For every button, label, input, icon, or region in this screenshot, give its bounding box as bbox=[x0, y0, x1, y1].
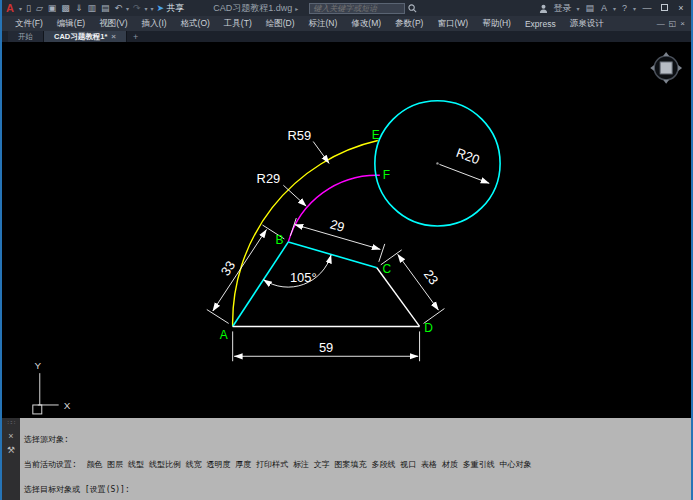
ucs-x-label: X bbox=[64, 400, 71, 411]
maximize-icon bbox=[661, 4, 668, 11]
leader-r20 bbox=[439, 164, 489, 183]
title-bar: A ▾ ▯ ▱ ▣ ▩ ⇓ ▥ ▤ ↶ ▾ ↷ ▾ ▾ ➤ 共享 CAD习题教程… bbox=[2, 0, 691, 16]
dim-29-text: 29 bbox=[328, 216, 346, 234]
dim-33-text: 33 bbox=[218, 258, 238, 278]
point-label-d: D bbox=[424, 321, 433, 335]
help-icon[interactable]: ? bbox=[621, 3, 628, 13]
point-label-f: F bbox=[383, 168, 390, 182]
new-file-icon[interactable]: ▯ bbox=[25, 3, 32, 13]
command-history-line: 选择源对象: bbox=[24, 436, 687, 444]
login-caret-icon[interactable]: ▾ bbox=[576, 5, 579, 12]
arc-r59-yellow[interactable] bbox=[233, 141, 378, 327]
open-file-icon[interactable]: ▱ bbox=[35, 3, 44, 13]
segment-bc[interactable] bbox=[288, 242, 376, 268]
leader-r59 bbox=[313, 142, 329, 164]
menu-edit[interactable]: 编辑(E) bbox=[50, 18, 92, 30]
app-logo-icon[interactable]: A bbox=[6, 2, 14, 14]
tab-new-icon[interactable]: + bbox=[127, 32, 144, 42]
command-close-icon[interactable]: × bbox=[8, 431, 13, 441]
doc-minimize-button[interactable]: — bbox=[657, 19, 665, 28]
help-caret-icon[interactable]: ▾ bbox=[633, 5, 636, 12]
navigation-wheel-icon[interactable] bbox=[650, 52, 682, 84]
app-window: A ▾ ▯ ▱ ▣ ▩ ⇓ ▥ ▤ ↶ ▾ ↷ ▾ ▾ ➤ 共享 CAD习题教程… bbox=[0, 0, 693, 500]
ucs-y-label: Y bbox=[34, 360, 41, 371]
title-arrow-icon: ▸ bbox=[295, 5, 298, 12]
app-menu-caret-icon[interactable]: ▾ bbox=[19, 5, 22, 12]
menu-tools[interactable]: 工具(T) bbox=[217, 18, 259, 30]
document-title: CAD习题教程1.dwg bbox=[213, 2, 292, 15]
doc-restore-button[interactable]: ◱ bbox=[669, 19, 677, 28]
menu-express[interactable]: Express bbox=[518, 19, 563, 29]
dim-r20-text: R20 bbox=[454, 145, 481, 167]
search-input[interactable] bbox=[309, 3, 405, 14]
tab-start[interactable]: 开始 bbox=[8, 31, 44, 42]
dim-59-text: 59 bbox=[319, 340, 333, 355]
menu-draw[interactable]: 绘图(D) bbox=[259, 18, 302, 30]
menu-window[interactable]: 窗口(W) bbox=[430, 18, 475, 30]
segment-ab[interactable] bbox=[233, 242, 289, 327]
save-as-icon[interactable]: ▩ bbox=[60, 3, 71, 13]
circle-center-point bbox=[436, 162, 438, 164]
undo-icon[interactable]: ↶ bbox=[113, 3, 123, 13]
command-history: 选择源对象: 当前活动设置: 颜色 图层 线型 线型比例 线宽 透明度 厚度 打… bbox=[20, 418, 691, 500]
file-tab-bar: 开始 CAD习题教程1* × + bbox=[2, 31, 691, 42]
tab-close-icon[interactable]: × bbox=[111, 32, 116, 41]
undo-caret-icon[interactable]: ▾ bbox=[126, 5, 129, 12]
plot-icon[interactable]: ▥ bbox=[86, 3, 97, 13]
app-store-cart-icon[interactable]: ▤ bbox=[584, 3, 595, 13]
doc-close-button[interactable]: × bbox=[680, 19, 685, 28]
point-label-e: E bbox=[372, 128, 380, 142]
export-icon[interactable]: ⇓ bbox=[74, 3, 84, 13]
menu-dimension[interactable]: 标注(N) bbox=[302, 18, 345, 30]
dim-r29-text: R29 bbox=[257, 171, 281, 186]
autodesk-app-icon[interactable]: A bbox=[600, 3, 608, 13]
tab-document[interactable]: CAD习题教程1* × bbox=[44, 31, 127, 42]
dim-angle-text: 105° bbox=[290, 270, 317, 285]
menu-parametric[interactable]: 参数(P) bbox=[388, 18, 430, 30]
login-button[interactable]: 登录 bbox=[553, 2, 571, 15]
tab-document-label: CAD习题教程1* bbox=[54, 32, 107, 42]
leader-r29 bbox=[283, 185, 306, 206]
dim-r59-text: R59 bbox=[287, 128, 311, 143]
segment-cd[interactable] bbox=[377, 268, 420, 327]
redo-caret-icon[interactable]: ▾ bbox=[145, 5, 148, 12]
share-button[interactable]: ➤ 共享 bbox=[157, 2, 185, 15]
point-label-b: B bbox=[275, 233, 283, 247]
save-icon[interactable]: ▣ bbox=[47, 3, 58, 13]
drawing-canvas[interactable]: 59 33 29 23 10 bbox=[2, 42, 691, 418]
search-icon[interactable] bbox=[408, 3, 417, 13]
maximize-button[interactable] bbox=[658, 3, 670, 13]
menu-modify[interactable]: 修改(M) bbox=[344, 18, 388, 30]
print-icon[interactable]: ▤ bbox=[100, 3, 111, 13]
menu-yuanquan[interactable]: 源泉设计 bbox=[563, 18, 611, 30]
app-caret-icon[interactable]: ▾ bbox=[613, 5, 616, 12]
close-button[interactable]: × bbox=[675, 3, 687, 13]
redo-icon[interactable]: ↷ bbox=[132, 3, 142, 13]
menu-help[interactable]: 帮助(H) bbox=[475, 18, 518, 30]
dim-23-text: 23 bbox=[421, 267, 442, 287]
command-settings-wrench-icon[interactable]: ⚒ bbox=[7, 445, 15, 455]
menu-insert[interactable]: 插入(I) bbox=[135, 18, 174, 30]
point-label-a: A bbox=[220, 328, 228, 342]
menu-file[interactable]: 文件(F) bbox=[8, 18, 50, 30]
user-icon[interactable] bbox=[539, 3, 548, 13]
command-panel-strip: ∷∷ × ⚒ bbox=[2, 418, 20, 500]
dim-33 bbox=[207, 225, 285, 323]
menu-format[interactable]: 格式(O) bbox=[174, 18, 217, 30]
tab-start-label: 开始 bbox=[18, 32, 33, 42]
qat-customize-caret-icon[interactable]: ▾ bbox=[151, 5, 154, 12]
command-history-line: 当前活动设置: 颜色 图层 线型 线型比例 线宽 透明度 厚度 打印样式 标注 … bbox=[24, 461, 687, 469]
point-label-c: C bbox=[382, 262, 391, 276]
minimize-button[interactable]: — bbox=[641, 3, 653, 13]
cad-drawing: 59 33 29 23 10 bbox=[2, 42, 691, 418]
ucs-icon bbox=[33, 373, 59, 414]
command-grip-handle[interactable]: ∷∷ bbox=[8, 419, 15, 427]
command-panel: ∷∷ × ⚒ 选择源对象: 当前活动设置: 颜色 图层 线型 线型比例 线宽 透… bbox=[2, 418, 691, 500]
command-history-line: 选择目标对象或 [设置(S)]: bbox=[24, 486, 687, 494]
share-plane-icon: ➤ bbox=[157, 3, 165, 13]
menu-view[interactable]: 视图(V) bbox=[92, 18, 134, 30]
menu-bar: 文件(F) 编辑(E) 视图(V) 插入(I) 格式(O) 工具(T) 绘图(D… bbox=[2, 16, 691, 31]
share-label: 共享 bbox=[166, 2, 184, 15]
